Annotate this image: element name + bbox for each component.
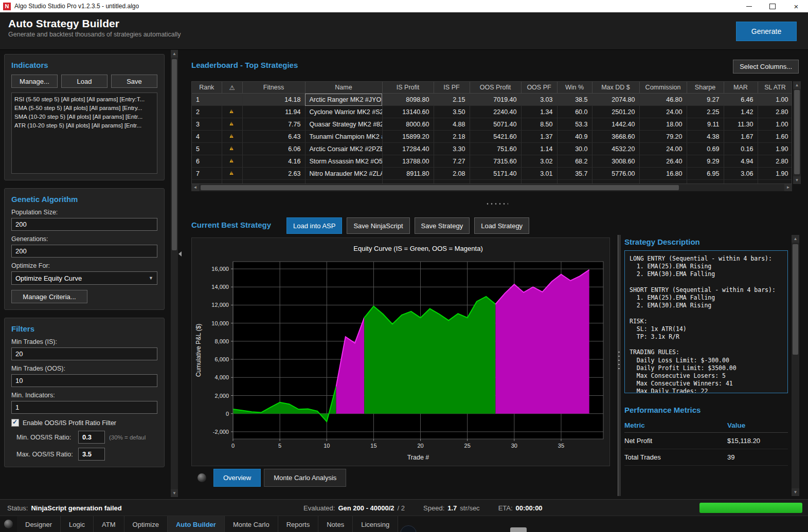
- table-cell[interactable]: 2.58: [242, 180, 305, 185]
- table-cell[interactable]: 7315.60: [470, 155, 521, 168]
- table-cell[interactable]: 751.60: [470, 143, 521, 155]
- tab-licensing[interactable]: Licensing: [353, 516, 398, 532]
- column-header[interactable]: Win %: [557, 82, 592, 94]
- table-cell[interactable]: 4.88: [434, 118, 470, 131]
- table-row[interactable]: 46.43Tsunami Champion MK2 #15899.202.185…: [192, 131, 792, 143]
- table-cell[interactable]: 2: [192, 106, 222, 118]
- table-cell[interactable]: 16.80: [639, 168, 687, 180]
- table-cell[interactable]: Quasar Strategy MK2 #82K: [305, 118, 382, 131]
- table-row[interactable]: 211.94Cyclone Warrior MK2 #S2B13140.603.…: [192, 106, 792, 118]
- indicator-item[interactable]: ATR (10-20 step 5) [All plots] [All para…: [14, 121, 154, 130]
- table-cell[interactable]: [222, 155, 242, 168]
- table-cell[interactable]: 5071.40: [470, 118, 521, 131]
- warning-column-header[interactable]: ⚠: [222, 82, 242, 94]
- generate-button[interactable]: Generate: [736, 22, 797, 41]
- table-cell[interactable]: 3.03: [521, 94, 557, 106]
- table-cell[interactable]: 3008.60: [592, 155, 639, 168]
- table-cell[interactable]: 6.43: [242, 131, 305, 143]
- manage-criteria-button[interactable]: Manage Criteria...: [11, 290, 87, 303]
- table-cell[interactable]: 35.7: [557, 168, 592, 180]
- table-cell[interactable]: 15899.20: [382, 131, 434, 143]
- table-cell[interactable]: 6.46: [724, 94, 758, 106]
- table-cell[interactable]: 2.63: [242, 168, 305, 180]
- table-cell[interactable]: 5421.60: [470, 131, 521, 143]
- max-oos-is-ratio-input[interactable]: [78, 448, 105, 461]
- save-strategy-button[interactable]: Save Strategy: [415, 217, 470, 234]
- scroll-up-icon[interactable]: ▲: [171, 50, 178, 58]
- scroll-right-icon[interactable]: ►: [784, 184, 792, 191]
- tab-designer[interactable]: Designer: [17, 516, 61, 532]
- min-oos-is-ratio-input[interactable]: [78, 431, 105, 444]
- column-header[interactable]: MAR: [724, 82, 758, 94]
- table-cell[interactable]: 8098.80: [382, 94, 434, 106]
- scroll-up-icon[interactable]: ▲: [792, 235, 799, 243]
- table-row[interactable]: 114.18Arctic Ranger MK2 #JYOE8098.802.15…: [192, 94, 792, 106]
- table-cell[interactable]: 30.0: [557, 143, 592, 155]
- save-ninjascript-button[interactable]: Save NinjaScript: [347, 217, 409, 234]
- horizontal-splitter-handle[interactable]: [486, 203, 508, 205]
- table-cell[interactable]: 1.90: [758, 143, 792, 155]
- table-cell[interactable]: [222, 180, 242, 185]
- table-row[interactable]: 72.63Nitro Marauder MK2 #ZLA8911.802.085…: [192, 168, 792, 180]
- column-header[interactable]: Name: [305, 82, 382, 94]
- scroll-down-icon[interactable]: ▼: [792, 488, 799, 496]
- table-cell[interactable]: 2.15: [434, 94, 470, 106]
- table-cell[interactable]: 2.20: [758, 180, 792, 185]
- leaderboard-table[interactable]: Rank⚠FitnessNameIS ProfitIS PFOOS Profit…: [192, 82, 792, 184]
- table-cell[interactable]: 3214.00: [592, 180, 639, 185]
- tab-optimize[interactable]: Optimize: [124, 516, 168, 532]
- scroll-down-icon[interactable]: ▼: [793, 176, 801, 184]
- table-cell[interactable]: 5: [192, 143, 222, 155]
- column-header[interactable]: Fitness: [242, 82, 305, 94]
- tab-atm[interactable]: ATM: [94, 516, 124, 532]
- tab-logic[interactable]: Logic: [61, 516, 94, 532]
- table-cell[interactable]: 5776.00: [592, 168, 639, 180]
- vertical-splitter[interactable]: [618, 235, 621, 496]
- table-cell[interactable]: Cyclone Warrior MK2 #S2B: [305, 106, 382, 118]
- scroll-down-icon[interactable]: ▼: [171, 489, 178, 497]
- table-cell[interactable]: 4: [192, 131, 222, 143]
- scroll-left-icon[interactable]: ◄: [191, 184, 199, 191]
- table-cell[interactable]: 2.18: [434, 131, 470, 143]
- table-cell[interactable]: 11.94: [242, 106, 305, 118]
- indicator-list[interactable]: RSI (5-50 step 5) [All plots] [All param…: [11, 93, 157, 174]
- table-cell[interactable]: 8911.80: [382, 168, 434, 180]
- table-cell[interactable]: 7.27: [434, 155, 470, 168]
- population-size-input[interactable]: [11, 218, 157, 231]
- table-cell[interactable]: 17284.40: [382, 143, 434, 155]
- table-cell[interactable]: Arctic Corsair MK2 #2PZE: [305, 143, 382, 155]
- select-columns-button[interactable]: Select Columns...: [733, 60, 799, 74]
- table-cell[interactable]: 9.27: [687, 94, 724, 106]
- leaderboard-vscrollbar[interactable]: ▲ ▼: [793, 81, 801, 184]
- table-cell[interactable]: 3.02: [521, 155, 557, 168]
- optimize-for-select[interactable]: Optimize Equity Curve ▼: [11, 271, 157, 285]
- table-cell[interactable]: 2.08: [434, 168, 470, 180]
- splitter-collapse-icon[interactable]: [178, 251, 182, 256]
- table-cell[interactable]: 28.80: [639, 180, 687, 185]
- minimize-button[interactable]: [737, 0, 761, 12]
- column-header[interactable]: SL ATR: [758, 82, 792, 94]
- table-cell[interactable]: 1.34: [521, 106, 557, 118]
- manage-indicators-button[interactable]: Manage...: [11, 75, 58, 88]
- table-cell[interactable]: 15088.40: [382, 180, 434, 185]
- table-cell[interactable]: 4.94: [724, 155, 758, 168]
- load-strategy-button[interactable]: Load Strategy: [474, 217, 529, 234]
- table-cell[interactable]: 9.11: [687, 118, 724, 131]
- table-cell[interactable]: 3.30: [434, 143, 470, 155]
- table-cell[interactable]: 1442.40: [592, 118, 639, 131]
- table-cell[interactable]: 79.20: [639, 131, 687, 143]
- table-cell[interactable]: 42.1: [557, 180, 592, 185]
- indicator-item[interactable]: SMA (10-20 step 5) [All plots] [All para…: [14, 113, 154, 121]
- scroll-up-icon[interactable]: ▲: [793, 81, 801, 89]
- table-row[interactable]: 37.75Quasar Strategy MK2 #82K8000.604.88…: [192, 118, 792, 131]
- table-cell[interactable]: 7.75: [242, 118, 305, 131]
- scrollbar-thumb[interactable]: [794, 90, 800, 174]
- table-cell[interactable]: 1.00: [758, 118, 792, 131]
- table-cell[interactable]: 6: [192, 155, 222, 168]
- tab-notes[interactable]: Notes: [318, 516, 353, 532]
- column-header[interactable]: Commission: [639, 82, 687, 94]
- table-cell[interactable]: 2.25: [687, 106, 724, 118]
- tab-reports[interactable]: Reports: [278, 516, 319, 532]
- table-cell[interactable]: 4.38: [687, 131, 724, 143]
- table-cell[interactable]: 18.00: [639, 118, 687, 131]
